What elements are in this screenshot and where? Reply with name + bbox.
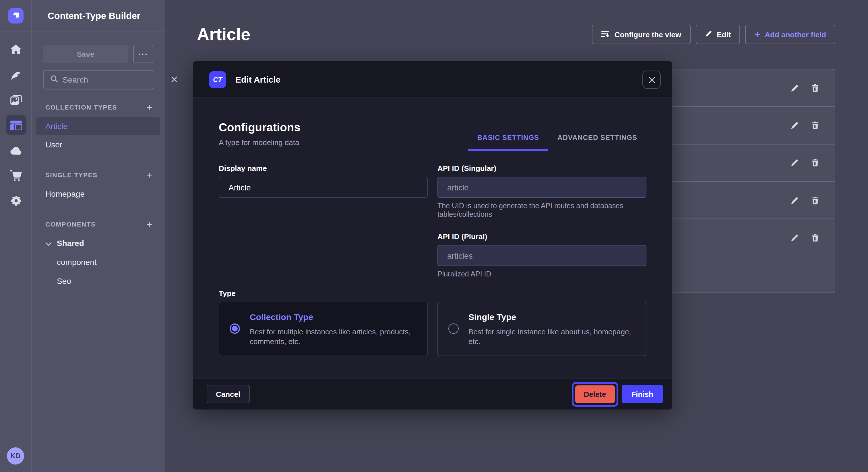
section-label: COLLECTION TYPES (45, 104, 117, 111)
sidebar-item-user[interactable]: User (36, 135, 160, 154)
rail-icon-list (0, 32, 32, 213)
api-id-singular-label: API ID (Singular) (437, 164, 646, 173)
tab-basic-settings[interactable]: BASIC SETTINGS (468, 134, 548, 150)
cloud-icon[interactable] (0, 138, 32, 163)
radio-selected-icon[interactable] (229, 324, 240, 334)
sidebar-item-homepage[interactable]: Homepage (36, 185, 160, 203)
search-icon (51, 74, 58, 85)
add-single-type-icon[interactable]: + (146, 170, 152, 180)
configure-view-icon (601, 30, 610, 39)
add-component-icon[interactable]: + (146, 220, 152, 229)
config-form: Display name API ID (Singular) The UID i… (219, 164, 646, 278)
option-title: Collection Type (250, 311, 413, 323)
single-types-list: Homepage (32, 185, 165, 203)
cancel-button[interactable]: Cancel (207, 385, 249, 403)
feather-icon[interactable] (0, 62, 32, 87)
pencil-icon[interactable] (790, 233, 799, 242)
clear-search-icon[interactable] (171, 74, 177, 85)
config-heading-block: Configurations A type for modeling data (219, 120, 300, 150)
trash-icon[interactable] (811, 121, 820, 130)
save-button[interactable]: Save (43, 45, 128, 63)
header-actions: Configure the view Edit + Add another fi… (592, 25, 835, 44)
section-header: SINGLE TYPES + (32, 169, 165, 181)
trash-icon[interactable] (811, 158, 820, 167)
display-name-field[interactable] (219, 177, 428, 198)
section-components: COMPONENTS + Shared component Seo (32, 218, 165, 290)
edit-label: Edit (717, 30, 731, 39)
pencil-icon[interactable] (790, 121, 799, 130)
type-section: Type Collection Type Best for multiple i… (219, 289, 646, 356)
search-input[interactable] (63, 75, 166, 84)
configure-view-label: Configure the view (615, 30, 681, 39)
delete-button[interactable]: Delete (575, 385, 615, 403)
option-description: Best for single instance like about us, … (468, 327, 632, 346)
edit-button[interactable]: Edit (695, 25, 740, 44)
api-id-singular-block: API ID (Singular) The UID is used to gen… (437, 164, 646, 218)
finish-button[interactable]: Finish (621, 385, 663, 403)
search-input-wrapper (43, 70, 153, 90)
api-id-singular-hint: The UID is used to generate the API rout… (437, 202, 646, 218)
display-name-block: Display name (219, 164, 428, 218)
strapi-logo-icon[interactable] (8, 8, 23, 24)
add-collection-type-icon[interactable]: + (146, 102, 152, 112)
group-label: Shared (57, 239, 84, 248)
sidebar-item-article[interactable]: Article (36, 117, 160, 135)
trash-icon[interactable] (811, 233, 820, 242)
plugin-header: Content-Type Builder (32, 0, 165, 32)
section-header: COLLECTION TYPES + (32, 101, 165, 113)
icon-rail: KD (0, 0, 32, 472)
active-nav-tile (5, 115, 26, 135)
content-type-builder-icon[interactable] (0, 112, 32, 138)
section-label: COMPONENTS (45, 221, 96, 228)
sidebar-item-component[interactable]: component (32, 252, 165, 271)
config-subheading: A type for modeling data (219, 139, 300, 147)
pencil-icon[interactable] (790, 196, 799, 205)
trash-icon[interactable] (811, 196, 820, 205)
api-id-plural-field[interactable] (437, 245, 646, 266)
api-id-singular-field[interactable] (437, 177, 646, 198)
tab-advanced-settings[interactable]: ADVANCED SETTINGS (548, 134, 646, 150)
modal-footer: Cancel Delete Finish (193, 378, 672, 409)
delete-highlight-ring: Delete (571, 382, 618, 406)
api-id-plural-hint: Pluralized API ID (437, 270, 646, 278)
section-single-types: SINGLE TYPES + Homepage (32, 169, 165, 203)
page-title: Article (197, 23, 251, 46)
collection-types-list: Article User (32, 117, 165, 154)
add-another-field-button[interactable]: + Add another field (745, 25, 835, 44)
home-icon[interactable] (0, 37, 32, 62)
plus-icon: + (754, 30, 760, 39)
media-library-icon[interactable] (0, 87, 32, 112)
edit-article-modal: CT Edit Article Configurations A type fo… (193, 61, 672, 409)
marketplace-icon[interactable] (0, 163, 32, 188)
display-name-label: Display name (219, 164, 428, 173)
api-id-plural-label: API ID (Plural) (437, 232, 646, 241)
section-label: SINGLE TYPES (45, 171, 98, 178)
option-text: Single Type Best for single instance lik… (468, 311, 632, 346)
more-options-button[interactable]: ··· (133, 45, 153, 63)
option-title: Single Type (468, 311, 632, 323)
single-type-option[interactable]: Single Type Best for single instance lik… (437, 301, 646, 356)
option-text: Collection Type Best for multiple instan… (250, 311, 413, 346)
settings-tabs: BASIC SETTINGS ADVANCED SETTINGS (468, 134, 646, 150)
components-list: Shared component Seo (32, 234, 165, 290)
modal-title: Edit Article (236, 74, 280, 84)
pencil-icon[interactable] (790, 83, 799, 92)
user-avatar[interactable]: KD (7, 447, 24, 465)
api-id-plural-block: API ID (Plural) Pluralized API ID (437, 232, 646, 278)
close-icon[interactable] (642, 71, 661, 89)
sidebar-group-shared[interactable]: Shared (32, 234, 165, 252)
modal-header: CT Edit Article (193, 61, 672, 98)
settings-icon[interactable] (0, 188, 32, 213)
collection-type-option[interactable]: Collection Type Best for multiple instan… (219, 301, 428, 356)
content-type-badge: CT (209, 71, 226, 88)
radio-unselected-icon[interactable] (448, 324, 459, 334)
configure-view-button[interactable]: Configure the view (592, 25, 691, 44)
trash-icon[interactable] (811, 83, 820, 92)
config-heading: Configurations (219, 120, 300, 135)
sidebar-item-seo[interactable]: Seo (32, 271, 165, 290)
type-options: Collection Type Best for multiple instan… (219, 301, 646, 356)
config-header-row: Configurations A type for modeling data … (219, 120, 646, 150)
pencil-icon[interactable] (790, 158, 799, 167)
modal-body: Configurations A type for modeling data … (193, 120, 672, 356)
type-label: Type (219, 289, 646, 297)
